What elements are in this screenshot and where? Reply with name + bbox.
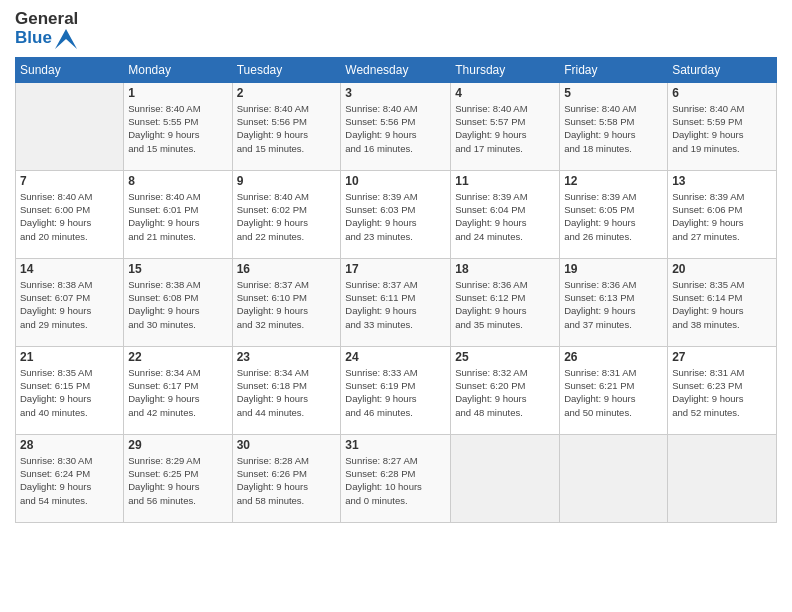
day-number: 28 [20, 438, 119, 452]
calendar-cell: 30Sunrise: 8:28 AM Sunset: 6:26 PM Dayli… [232, 434, 341, 522]
day-info: Sunrise: 8:39 AM Sunset: 6:05 PM Dayligh… [564, 190, 663, 243]
weekday-header: Thursday [451, 57, 560, 82]
day-info: Sunrise: 8:40 AM Sunset: 5:57 PM Dayligh… [455, 102, 555, 155]
day-number: 25 [455, 350, 555, 364]
day-number: 30 [237, 438, 337, 452]
calendar-cell: 21Sunrise: 8:35 AM Sunset: 6:15 PM Dayli… [16, 346, 124, 434]
day-info: Sunrise: 8:40 AM Sunset: 5:59 PM Dayligh… [672, 102, 772, 155]
day-info: Sunrise: 8:40 AM Sunset: 5:56 PM Dayligh… [237, 102, 337, 155]
calendar-cell: 22Sunrise: 8:34 AM Sunset: 6:17 PM Dayli… [124, 346, 232, 434]
day-number: 13 [672, 174, 772, 188]
day-info: Sunrise: 8:40 AM Sunset: 6:02 PM Dayligh… [237, 190, 337, 243]
calendar-cell: 8Sunrise: 8:40 AM Sunset: 6:01 PM Daylig… [124, 170, 232, 258]
calendar-cell: 31Sunrise: 8:27 AM Sunset: 6:28 PM Dayli… [341, 434, 451, 522]
day-number: 27 [672, 350, 772, 364]
day-number: 20 [672, 262, 772, 276]
day-info: Sunrise: 8:38 AM Sunset: 6:07 PM Dayligh… [20, 278, 119, 331]
day-number: 23 [237, 350, 337, 364]
day-info: Sunrise: 8:36 AM Sunset: 6:12 PM Dayligh… [455, 278, 555, 331]
calendar-cell: 7Sunrise: 8:40 AM Sunset: 6:00 PM Daylig… [16, 170, 124, 258]
weekday-header: Sunday [16, 57, 124, 82]
day-info: Sunrise: 8:35 AM Sunset: 6:15 PM Dayligh… [20, 366, 119, 419]
day-number: 21 [20, 350, 119, 364]
logo-blue: Blue [15, 29, 78, 49]
calendar-cell: 10Sunrise: 8:39 AM Sunset: 6:03 PM Dayli… [341, 170, 451, 258]
calendar-cell: 12Sunrise: 8:39 AM Sunset: 6:05 PM Dayli… [560, 170, 668, 258]
day-info: Sunrise: 8:35 AM Sunset: 6:14 PM Dayligh… [672, 278, 772, 331]
calendar-cell: 29Sunrise: 8:29 AM Sunset: 6:25 PM Dayli… [124, 434, 232, 522]
day-number: 7 [20, 174, 119, 188]
calendar-cell: 3Sunrise: 8:40 AM Sunset: 5:56 PM Daylig… [341, 82, 451, 170]
day-info: Sunrise: 8:38 AM Sunset: 6:08 PM Dayligh… [128, 278, 227, 331]
day-info: Sunrise: 8:37 AM Sunset: 6:10 PM Dayligh… [237, 278, 337, 331]
day-info: Sunrise: 8:39 AM Sunset: 6:03 PM Dayligh… [345, 190, 446, 243]
day-info: Sunrise: 8:30 AM Sunset: 6:24 PM Dayligh… [20, 454, 119, 507]
header-row: SundayMondayTuesdayWednesdayThursdayFrid… [16, 57, 777, 82]
day-number: 3 [345, 86, 446, 100]
day-info: Sunrise: 8:37 AM Sunset: 6:11 PM Dayligh… [345, 278, 446, 331]
calendar-cell: 18Sunrise: 8:36 AM Sunset: 6:12 PM Dayli… [451, 258, 560, 346]
calendar-cell: 20Sunrise: 8:35 AM Sunset: 6:14 PM Dayli… [668, 258, 777, 346]
calendar-cell: 19Sunrise: 8:36 AM Sunset: 6:13 PM Dayli… [560, 258, 668, 346]
svg-marker-0 [55, 29, 77, 49]
day-number: 8 [128, 174, 227, 188]
day-info: Sunrise: 8:36 AM Sunset: 6:13 PM Dayligh… [564, 278, 663, 331]
calendar-cell [16, 82, 124, 170]
calendar-cell: 14Sunrise: 8:38 AM Sunset: 6:07 PM Dayli… [16, 258, 124, 346]
calendar-cell: 17Sunrise: 8:37 AM Sunset: 6:11 PM Dayli… [341, 258, 451, 346]
day-number: 24 [345, 350, 446, 364]
day-number: 16 [237, 262, 337, 276]
calendar-week-row: 7Sunrise: 8:40 AM Sunset: 6:00 PM Daylig… [16, 170, 777, 258]
calendar-cell: 6Sunrise: 8:40 AM Sunset: 5:59 PM Daylig… [668, 82, 777, 170]
calendar-cell [668, 434, 777, 522]
day-number: 6 [672, 86, 772, 100]
day-number: 11 [455, 174, 555, 188]
logo-general: General [15, 10, 78, 29]
calendar-week-row: 21Sunrise: 8:35 AM Sunset: 6:15 PM Dayli… [16, 346, 777, 434]
calendar-cell: 5Sunrise: 8:40 AM Sunset: 5:58 PM Daylig… [560, 82, 668, 170]
calendar-cell: 16Sunrise: 8:37 AM Sunset: 6:10 PM Dayli… [232, 258, 341, 346]
day-info: Sunrise: 8:33 AM Sunset: 6:19 PM Dayligh… [345, 366, 446, 419]
day-number: 1 [128, 86, 227, 100]
calendar-cell: 4Sunrise: 8:40 AM Sunset: 5:57 PM Daylig… [451, 82, 560, 170]
weekday-header: Saturday [668, 57, 777, 82]
day-number: 15 [128, 262, 227, 276]
calendar-week-row: 14Sunrise: 8:38 AM Sunset: 6:07 PM Dayli… [16, 258, 777, 346]
calendar-cell: 11Sunrise: 8:39 AM Sunset: 6:04 PM Dayli… [451, 170, 560, 258]
calendar-cell: 26Sunrise: 8:31 AM Sunset: 6:21 PM Dayli… [560, 346, 668, 434]
day-info: Sunrise: 8:32 AM Sunset: 6:20 PM Dayligh… [455, 366, 555, 419]
weekday-header: Wednesday [341, 57, 451, 82]
day-number: 31 [345, 438, 446, 452]
day-number: 10 [345, 174, 446, 188]
calendar-table: SundayMondayTuesdayWednesdayThursdayFrid… [15, 57, 777, 523]
calendar-cell: 9Sunrise: 8:40 AM Sunset: 6:02 PM Daylig… [232, 170, 341, 258]
day-number: 2 [237, 86, 337, 100]
calendar-cell: 13Sunrise: 8:39 AM Sunset: 6:06 PM Dayli… [668, 170, 777, 258]
day-info: Sunrise: 8:27 AM Sunset: 6:28 PM Dayligh… [345, 454, 446, 507]
weekday-header: Friday [560, 57, 668, 82]
day-number: 22 [128, 350, 227, 364]
calendar-week-row: 28Sunrise: 8:30 AM Sunset: 6:24 PM Dayli… [16, 434, 777, 522]
calendar-cell: 24Sunrise: 8:33 AM Sunset: 6:19 PM Dayli… [341, 346, 451, 434]
day-number: 9 [237, 174, 337, 188]
day-number: 12 [564, 174, 663, 188]
calendar-cell: 1Sunrise: 8:40 AM Sunset: 5:55 PM Daylig… [124, 82, 232, 170]
day-info: Sunrise: 8:28 AM Sunset: 6:26 PM Dayligh… [237, 454, 337, 507]
day-number: 5 [564, 86, 663, 100]
day-info: Sunrise: 8:29 AM Sunset: 6:25 PM Dayligh… [128, 454, 227, 507]
day-info: Sunrise: 8:40 AM Sunset: 5:58 PM Dayligh… [564, 102, 663, 155]
header: General Blue [15, 10, 777, 49]
day-info: Sunrise: 8:39 AM Sunset: 6:04 PM Dayligh… [455, 190, 555, 243]
calendar-cell: 15Sunrise: 8:38 AM Sunset: 6:08 PM Dayli… [124, 258, 232, 346]
calendar-cell: 23Sunrise: 8:34 AM Sunset: 6:18 PM Dayli… [232, 346, 341, 434]
day-info: Sunrise: 8:34 AM Sunset: 6:17 PM Dayligh… [128, 366, 227, 419]
calendar-cell: 25Sunrise: 8:32 AM Sunset: 6:20 PM Dayli… [451, 346, 560, 434]
day-number: 17 [345, 262, 446, 276]
day-number: 19 [564, 262, 663, 276]
logo-icon [55, 29, 77, 49]
calendar-cell: 28Sunrise: 8:30 AM Sunset: 6:24 PM Dayli… [16, 434, 124, 522]
day-info: Sunrise: 8:34 AM Sunset: 6:18 PM Dayligh… [237, 366, 337, 419]
day-number: 26 [564, 350, 663, 364]
logo: General Blue [15, 10, 78, 49]
calendar-cell: 2Sunrise: 8:40 AM Sunset: 5:56 PM Daylig… [232, 82, 341, 170]
